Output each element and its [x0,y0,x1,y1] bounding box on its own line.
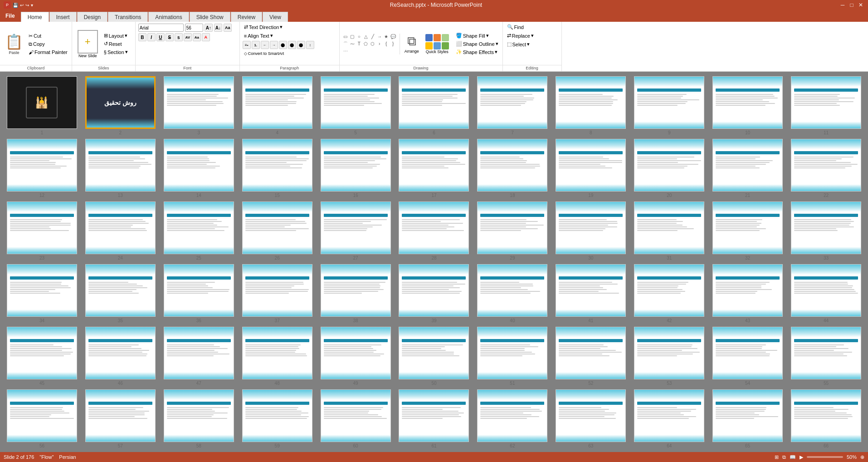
layout-button[interactable]: ⊞ Layout ▾ [102,32,132,39]
bracket-icon[interactable]: { [383,41,390,47]
slide-thumbnail[interactable] [634,202,704,254]
slide-thumbnail[interactable] [7,264,77,317]
slide-thumbnail[interactable] [164,327,234,379]
tab-slideshow[interactable]: Slide Show [190,12,230,22]
curve-icon[interactable]: ⌒ [342,41,349,47]
callout-icon[interactable]: 💬 [390,34,396,40]
freeform-icon[interactable]: ⁓ [349,41,356,47]
tab-animations[interactable]: Animations [148,12,189,22]
quick-styles-button[interactable]: Quick Styles [424,33,451,55]
shape-fill-button[interactable]: 🪣 Shape Fill ▾ [454,32,500,39]
slide-thumbnail[interactable] [477,327,547,379]
slide-thumbnail[interactable] [791,76,861,129]
slide-thumbnail[interactable] [164,139,234,192]
slide-thumbnail[interactable] [712,327,783,379]
slide-thumbnail[interactable] [712,202,783,254]
numbering-button[interactable]: 1. [252,41,260,49]
slide-thumbnail[interactable] [399,327,469,379]
slide-thumbnail[interactable] [242,327,312,379]
slide-thumbnail[interactable] [85,202,156,254]
slide-thumbnail[interactable] [321,327,391,379]
slide-thumbnail[interactable] [164,264,234,317]
shadow-button[interactable]: s [175,33,183,41]
slide-thumbnail[interactable] [399,389,469,442]
slide-thumbnail[interactable] [556,139,626,192]
maximize-button[interactable]: □ [848,1,855,9]
reset-button[interactable]: ↺ Reset [102,40,132,47]
tab-transitions[interactable]: Transitions [108,12,148,22]
slide-thumbnail[interactable] [556,389,626,442]
slide-thumbnail[interactable] [791,202,861,254]
slide-thumbnail[interactable] [321,76,391,129]
view-normal-icon[interactable]: ⊞ [775,454,779,460]
tab-view[interactable]: View [263,12,288,22]
slide-thumbnail[interactable] [164,389,234,442]
replace-button[interactable]: ⇄ Replace ▾ [506,32,535,39]
tab-insert[interactable]: Insert [49,12,77,22]
slide-thumbnail[interactable] [321,389,391,442]
slide-thumbnail[interactable] [242,139,312,192]
slide-thumbnail[interactable] [634,76,704,129]
clear-formatting-button[interactable]: Aa [224,24,232,32]
slide-thumbnail[interactable] [85,139,156,192]
paste-button[interactable]: 📋 Paste [3,32,25,56]
shape-more-icon[interactable]: ⋯ [342,48,349,54]
slide-thumbnail[interactable] [242,202,312,254]
format-painter-button[interactable]: 🖌 Format Painter [27,49,69,55]
slide-thumbnail[interactable] [477,264,547,317]
font-size-input[interactable] [185,24,203,32]
align-center-button[interactable]: ⬤ [288,41,296,49]
slide-thumbnail[interactable] [399,76,469,129]
slide-thumbnail[interactable] [242,76,312,129]
select-button[interactable]: ⬚ Select ▾ [506,41,532,48]
slide-thumbnail[interactable] [85,327,156,379]
triangle-icon[interactable]: △ [363,34,369,40]
slide-thumbnail[interactable] [242,264,312,317]
slide-thumbnail[interactable] [634,264,704,317]
slide-thumbnail[interactable] [7,389,77,442]
arrange-button[interactable]: ⧉ Arrange [402,33,422,54]
font-shrink-button[interactable]: A↓ [214,24,222,32]
brace-icon[interactable]: } [390,41,396,47]
shape-outline-button[interactable]: ⬜ Shape Outline ▾ [454,40,500,47]
star-icon[interactable]: ★ [383,34,390,40]
slide-thumbnail[interactable] [712,389,783,442]
line-spacing-button[interactable]: ↕ [306,41,314,49]
rounded-rect-icon[interactable]: ▢ [349,34,356,40]
bullets-button[interactable]: ≡• [243,41,251,49]
text-direction-button[interactable]: ⇄ Text Direction ▾ [243,24,284,30]
slide-thumbnail[interactable] [791,389,861,442]
slide-thumbnail[interactable] [556,264,626,317]
slide-thumbnail[interactable] [7,327,77,379]
view-slideshow-icon[interactable]: ▶ [800,454,803,460]
slide-thumbnail[interactable] [477,76,547,129]
font-color-button[interactable]: A [202,33,210,41]
slide-thumbnail[interactable] [399,264,469,317]
oval-icon[interactable]: ○ [356,34,362,40]
slide-thumbnail[interactable] [712,76,783,129]
slide-thumbnail[interactable] [164,202,234,254]
slide-thumbnail[interactable] [321,139,391,192]
slide-thumbnail[interactable] [85,389,156,442]
slide-thumbnail[interactable] [7,139,77,192]
align-text-button[interactable]: ≡ Align Text ▾ [243,32,274,39]
italic-button[interactable]: I [147,33,156,41]
convert-smartart-button[interactable]: ◇ Convert to SmartArt [243,51,286,56]
view-reading-icon[interactable]: 📖 [790,454,796,460]
chevron-icon[interactable]: › [376,41,383,47]
slide-thumbnail[interactable] [634,389,704,442]
slide-thumbnail[interactable] [477,139,547,192]
change-case-button[interactable]: Aa [193,33,201,41]
font-name-input[interactable] [138,24,184,32]
line-icon[interactable]: ╱ [370,34,376,40]
align-left-button[interactable]: ⬤ [279,41,287,49]
slide-thumbnail[interactable]: روش تحقیق [85,76,156,129]
slide-thumbnail[interactable] [321,202,391,254]
arrow-icon[interactable]: → [376,34,383,40]
tab-home[interactable]: Home [21,12,49,22]
tab-review[interactable]: Review [231,12,262,22]
slide-thumbnail[interactable] [791,139,861,192]
slide-thumbnail[interactable] [321,264,391,317]
close-button[interactable]: ✕ [857,1,864,9]
section-button[interactable]: § Section ▾ [102,49,132,55]
